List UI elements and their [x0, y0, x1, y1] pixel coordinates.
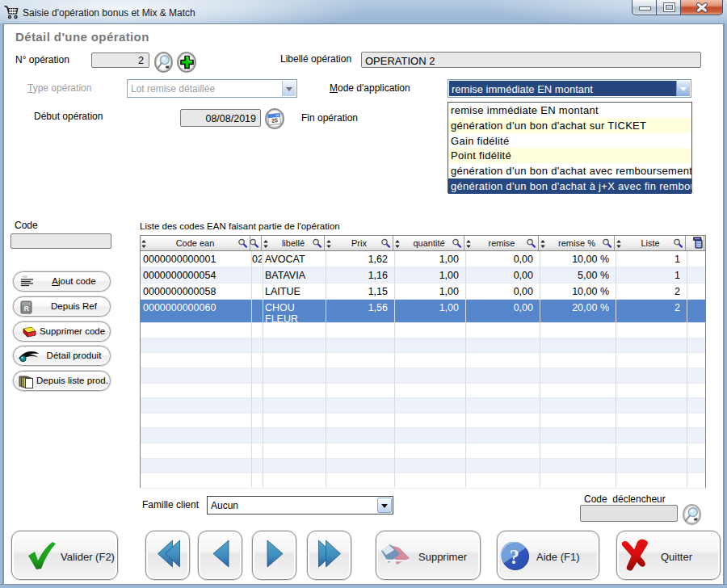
svg-text:?: ?	[510, 546, 520, 568]
svg-text:25: 25	[271, 117, 279, 124]
svg-text:R: R	[24, 304, 30, 313]
